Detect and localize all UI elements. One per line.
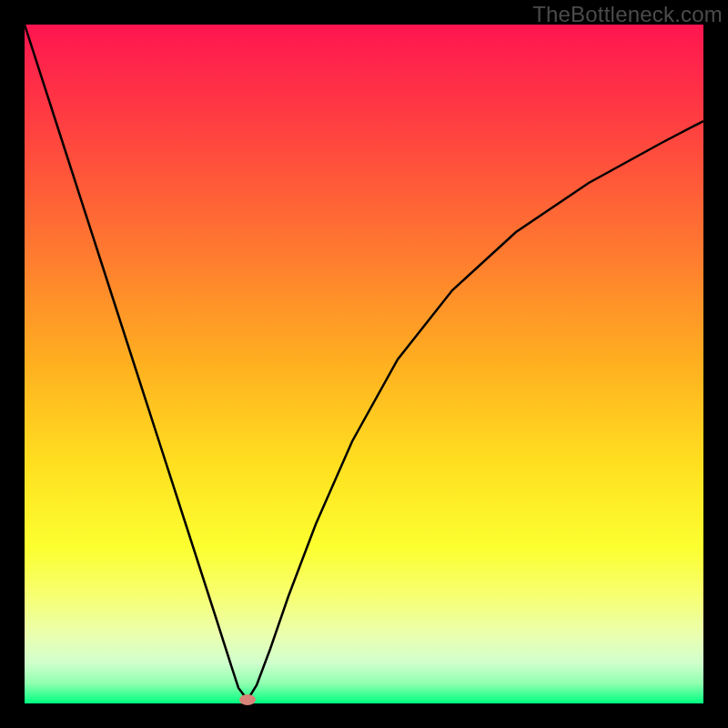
bottleneck-min-marker bbox=[239, 694, 256, 705]
watermark-text: TheBottleneck.com bbox=[532, 2, 723, 27]
bottleneck-curve-path bbox=[25, 25, 703, 700]
chart-frame bbox=[25, 25, 703, 703]
bottleneck-curve bbox=[25, 25, 703, 703]
